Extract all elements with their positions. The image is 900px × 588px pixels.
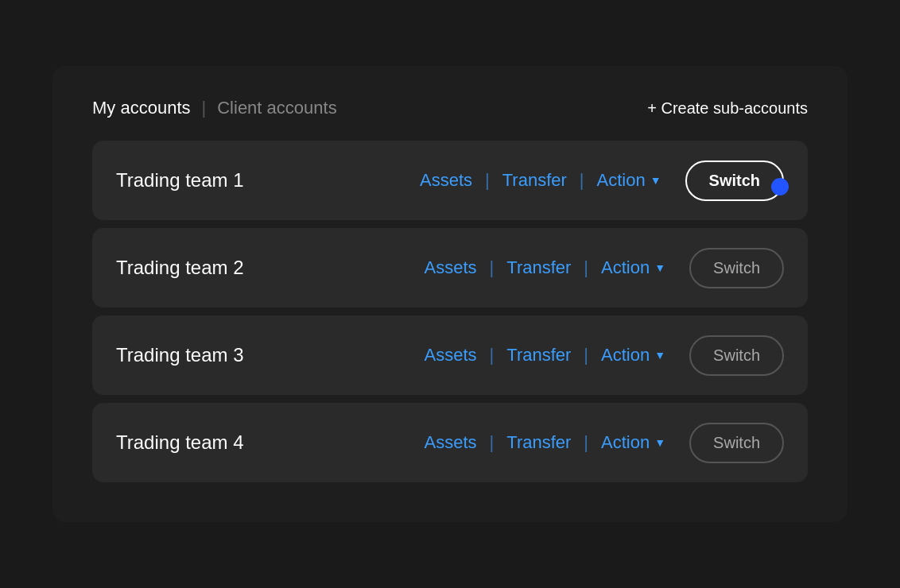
action-dropdown-3[interactable]: Action ▼ [601,345,665,366]
account-name-3: Trading team 3 [116,344,275,366]
account-actions-1: Assets | Transfer | Action ▼ [420,170,661,191]
assets-link-3[interactable]: Assets [425,345,477,366]
switch-button-3[interactable]: Switch [689,335,784,376]
account-name-4: Trading team 4 [116,431,275,454]
account-actions-2: Assets | Transfer | Action ▼ [425,257,666,278]
right-section-4: Assets | Transfer | Action ▼ Switch [425,423,784,463]
action-dropdown-2[interactable]: Action ▼ [601,257,665,278]
transfer-link-3[interactable]: Transfer [506,345,571,366]
separator-1-3: | [490,345,495,366]
tab-my-accounts[interactable]: My accounts [92,98,191,118]
separator-1-2: | [490,257,495,278]
transfer-link-2[interactable]: Transfer [506,257,571,278]
action-label-4: Action [601,432,650,453]
nav-separator: | [202,98,207,118]
account-row-3: Trading team 3 Assets | Transfer | Actio… [92,315,808,395]
transfer-link-1[interactable]: Transfer [502,170,567,191]
separator-2-1: | [580,170,584,191]
transfer-link-4[interactable]: Transfer [506,432,571,453]
action-dropdown-4[interactable]: Action ▼ [601,432,665,453]
account-row-4: Trading team 4 Assets | Transfer | Actio… [92,403,808,482]
accounts-list: Trading team 1 Assets | Transfer | Actio… [92,141,808,482]
app-container: My accounts | Client accounts + Create s… [52,66,848,522]
action-label-2: Action [601,257,650,278]
separator-1-4: | [490,432,495,453]
nav-tabs: My accounts | Client accounts [92,98,337,118]
account-actions-4: Assets | Transfer | Action ▼ [425,432,666,453]
action-arrow-4: ▼ [654,436,665,449]
separator-1-1: | [485,170,490,191]
header: My accounts | Client accounts + Create s… [92,98,808,118]
tab-client-accounts[interactable]: Client accounts [217,98,336,118]
account-name-2: Trading team 2 [116,257,275,279]
action-arrow-3: ▼ [654,349,665,362]
separator-2-3: | [584,345,588,366]
action-label-3: Action [601,345,650,366]
create-sub-accounts-button[interactable]: + Create sub-accounts [647,99,808,118]
account-row-2: Trading team 2 Assets | Transfer | Actio… [92,228,808,308]
action-label-1: Action [597,170,646,191]
account-row-1: Trading team 1 Assets | Transfer | Actio… [92,141,808,220]
assets-link-2[interactable]: Assets [425,257,477,278]
account-actions-3: Assets | Transfer | Action ▼ [425,345,666,366]
switch-button-1[interactable]: Switch [685,161,784,201]
right-section-3: Assets | Transfer | Action ▼ Switch [425,335,784,376]
assets-link-1[interactable]: Assets [420,170,472,191]
action-arrow-1: ▼ [650,174,661,187]
right-section-1: Assets | Transfer | Action ▼ Switch [420,161,784,201]
switch-button-2[interactable]: Switch [689,248,784,288]
right-section-2: Assets | Transfer | Action ▼ Switch [425,248,784,288]
separator-2-2: | [584,257,588,278]
separator-2-4: | [584,432,588,453]
switch-button-4[interactable]: Switch [689,423,784,463]
account-name-1: Trading team 1 [116,169,275,191]
assets-link-4[interactable]: Assets [425,432,477,453]
action-arrow-2: ▼ [654,261,665,274]
action-dropdown-1[interactable]: Action ▼ [597,170,661,191]
